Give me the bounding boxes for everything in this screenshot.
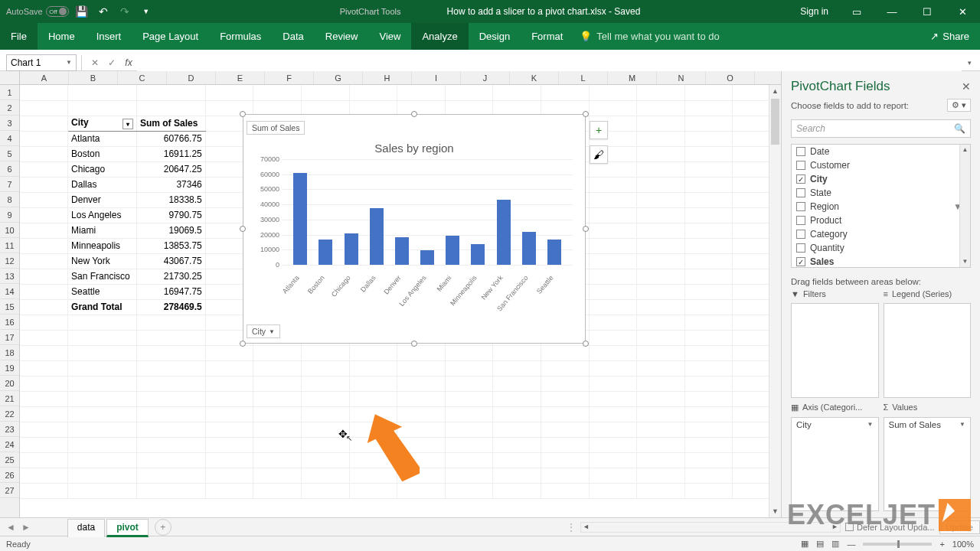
column-header[interactable]: G (314, 71, 363, 84)
checkbox-icon[interactable] (796, 188, 805, 197)
zoom-out-button[interactable]: — (847, 540, 855, 549)
row-header[interactable]: 21 (0, 391, 19, 406)
row-header[interactable]: 11 (0, 238, 19, 253)
column-header[interactable]: I (412, 71, 461, 84)
chart-bar[interactable] (420, 250, 434, 265)
row-header[interactable]: 6 (0, 161, 19, 177)
chart-bar[interactable] (345, 233, 358, 265)
enter-formula-icon[interactable]: ✓ (103, 57, 120, 68)
sheet-tab-data[interactable]: data (67, 519, 105, 537)
ribbon-tab-file[interactable]: File (0, 23, 38, 50)
row-header[interactable]: 23 (0, 422, 19, 437)
qat-customize-icon[interactable]: ▼ (138, 3, 155, 20)
row-header[interactable]: 8 (0, 192, 19, 207)
row-header[interactable]: 17 (0, 330, 19, 345)
chart-elements-button[interactable]: + (590, 121, 608, 139)
fields-list[interactable]: DateCustomer✓CityStateRegion▼ProductCate… (791, 144, 971, 268)
fields-pane-close-icon[interactable]: ✕ (962, 80, 971, 93)
chart-bar[interactable] (370, 208, 384, 265)
formula-input[interactable] (137, 54, 962, 71)
row-header[interactable]: 26 (0, 468, 19, 483)
column-header[interactable]: L (559, 71, 608, 84)
ribbon-tab-analyze[interactable]: Analyze (411, 23, 468, 50)
field-item-category[interactable]: Category (792, 227, 970, 241)
column-header[interactable]: J (461, 71, 510, 84)
fx-icon[interactable]: fx (120, 57, 137, 68)
row-header[interactable]: 7 (0, 177, 19, 192)
checkbox-icon[interactable]: ✓ (796, 257, 805, 266)
column-header[interactable]: D (167, 71, 216, 84)
row-header[interactable]: 9 (0, 207, 19, 223)
chart-bar[interactable] (293, 173, 307, 265)
tell-me-search[interactable]: 💡 Tell me what you want to do (580, 23, 719, 50)
chart-bar[interactable] (497, 200, 511, 265)
view-normal-icon[interactable]: ▦ (801, 539, 808, 549)
row-header[interactable]: 24 (0, 437, 19, 452)
row-header[interactable]: 22 (0, 406, 19, 422)
ribbon-tab-format[interactable]: Format (521, 23, 573, 50)
row-header[interactable]: 19 (0, 360, 19, 376)
maximize-button[interactable]: ☐ (910, 0, 945, 23)
pivot-chart[interactable]: Sum of Sales Sales by region 01000020000… (243, 114, 586, 344)
field-item-quantity[interactable]: Quantity (792, 241, 970, 255)
worksheet-grid[interactable]: ABCDEFGHIJKLMNO 123456789101112131415161… (0, 71, 781, 517)
column-header[interactable]: C (118, 71, 167, 84)
field-item-product[interactable]: Product (792, 214, 970, 227)
undo-icon[interactable]: ↶ (95, 3, 112, 20)
zoom-level[interactable]: 100% (952, 540, 974, 549)
filters-area[interactable] (791, 303, 879, 398)
checkbox-icon[interactable] (796, 202, 805, 211)
column-header[interactable]: M (608, 71, 657, 84)
column-header[interactable]: F (265, 71, 314, 84)
checkbox-icon[interactable] (796, 243, 805, 253)
cancel-formula-icon[interactable]: ✕ (87, 57, 103, 68)
row-header[interactable]: 14 (0, 284, 19, 299)
column-header[interactable]: K (510, 71, 559, 84)
share-button[interactable]: ↗ Share (920, 23, 980, 50)
sheet-tab-pivot[interactable]: pivot (106, 519, 149, 537)
chart-field-button-values[interactable]: Sum of Sales (247, 121, 305, 135)
ribbon-tab-formulas[interactable]: Formulas (209, 23, 272, 50)
column-header[interactable]: B (69, 71, 118, 84)
ribbon-tab-review[interactable]: Review (315, 23, 369, 50)
row-header[interactable]: 2 (0, 100, 19, 116)
checkbox-icon[interactable] (796, 230, 805, 239)
row-header[interactable]: 25 (0, 452, 19, 468)
vertical-scrollbar[interactable]: ▲ ▼ (769, 85, 781, 517)
ribbon-tab-data[interactable]: Data (272, 23, 314, 50)
ribbon-tab-view[interactable]: View (368, 23, 411, 50)
field-item-region[interactable]: Region▼ (792, 200, 970, 214)
chart-styles-button[interactable]: 🖌 (590, 145, 608, 164)
chart-bar[interactable] (522, 232, 536, 265)
field-item-city[interactable]: ✓City (792, 172, 970, 186)
row-header[interactable]: 1 (0, 85, 19, 100)
select-all-corner[interactable] (0, 71, 20, 84)
sheet-nav-next-icon[interactable]: ► (21, 522, 31, 533)
row-header[interactable]: 16 (0, 315, 19, 330)
sheet-nav-prev-icon[interactable]: ◄ (6, 522, 15, 533)
row-headers[interactable]: 1234567891011121314151617181920212223242… (0, 85, 20, 517)
column-header[interactable]: E (216, 71, 265, 84)
chart-bar[interactable] (446, 236, 459, 265)
checkbox-icon[interactable] (796, 216, 805, 225)
expand-formula-bar-icon[interactable]: ▾ (962, 59, 977, 67)
chart-bar[interactable] (395, 237, 409, 265)
redo-icon[interactable]: ↷ (116, 3, 133, 20)
checkbox-icon[interactable] (796, 147, 805, 156)
chart-bar[interactable] (318, 240, 332, 265)
add-sheet-button[interactable]: + (155, 519, 172, 536)
field-item-sales[interactable]: ✓Sales (792, 255, 970, 268)
save-icon[interactable]: 💾 (74, 3, 90, 20)
view-page-layout-icon[interactable]: ▤ (816, 539, 824, 549)
row-header[interactable]: 15 (0, 299, 19, 315)
row-header[interactable]: 13 (0, 269, 19, 284)
column-header[interactable]: N (657, 71, 706, 84)
row-header[interactable]: 20 (0, 376, 19, 391)
zoom-in-button[interactable]: + (939, 540, 944, 549)
area-field[interactable]: City▼ (792, 418, 878, 432)
ribbon-tab-home[interactable]: Home (38, 23, 86, 50)
checkbox-icon[interactable]: ✓ (796, 174, 805, 184)
ribbon-display-icon[interactable]: ▭ (839, 0, 874, 23)
ribbon-tab-insert[interactable]: Insert (86, 23, 132, 50)
area-field[interactable]: Sum of Sales▼ (884, 418, 971, 432)
